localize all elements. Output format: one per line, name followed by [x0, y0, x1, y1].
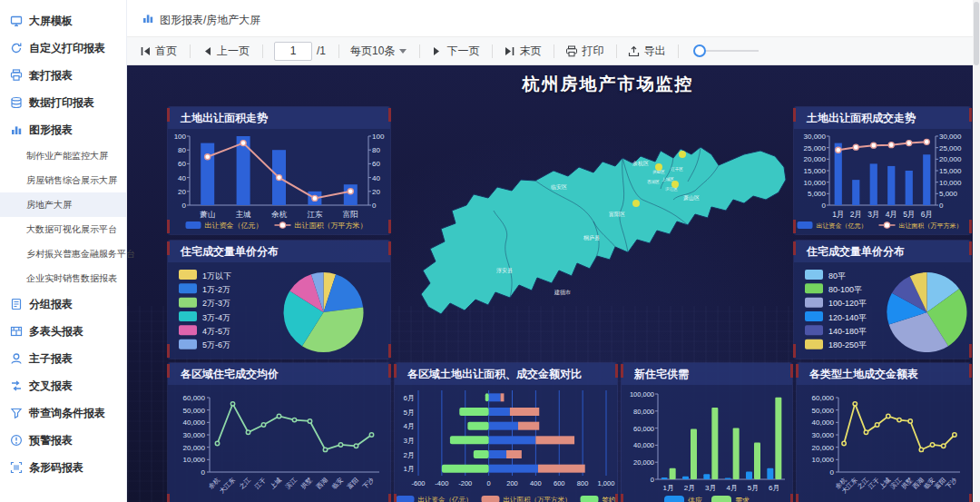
sidebar-item-10[interactable]: 企业实时销售数据报表: [0, 266, 126, 290]
page-size-select[interactable]: 每页10条: [350, 44, 407, 59]
sidebar-item-label: 数据打印报表: [29, 95, 94, 111]
sidebar-subitem-label: 房屋销售综合展示大屏: [26, 174, 117, 187]
sidebar-item-7[interactable]: 房地产大屏: [0, 192, 126, 217]
svg-text:25,000: 25,000: [804, 144, 827, 153]
svg-text:1万-2万: 1万-2万: [202, 285, 230, 294]
svg-text:-400: -400: [435, 479, 448, 487]
last-page-button[interactable]: 末页: [504, 44, 541, 59]
svg-text:5万-6万: 5万-6万: [202, 340, 230, 349]
panel-price-distribution: 住宅成交量单价分布 1万以下1万-2万2万-3万3万-4万4万-5万5万-6万: [168, 241, 390, 359]
svg-text:富阳区: 富阳区: [609, 211, 625, 218]
svg-text:萧山区: 萧山区: [683, 194, 700, 202]
sidebar-item-13[interactable]: 主子报表: [0, 345, 126, 372]
sidebar-item-4[interactable]: 图形报表: [0, 116, 126, 143]
chart-region-compare: -600-400-20002004006008001,0006月5月4月3月2月…: [395, 385, 617, 502]
svg-text:80,000: 80,000: [633, 408, 654, 416]
svg-text:萧山: 萧山: [200, 210, 215, 219]
sidebar-item-3[interactable]: 数据打印报表: [0, 89, 126, 116]
chart-area-distribution: 80平80-100平100-120平120-140平140-180平180-25…: [794, 262, 971, 359]
barcode-icon: [10, 461, 23, 474]
svg-text:1月: 1月: [832, 210, 844, 219]
sidebar-item-15[interactable]: 带查询条件报表: [0, 399, 126, 427]
svg-text:上城区: 上城区: [662, 176, 674, 182]
sidebar-subitem-label: 企业实时销售数据报表: [26, 272, 117, 285]
svg-text:4月: 4月: [886, 210, 897, 219]
page-number-input[interactable]: [274, 42, 312, 61]
panel-land-area-trend: 土地出让面积走势 002020404060608080100100萧山主城余杭江…: [168, 107, 390, 234]
panel-title: 土地出让面积成交走势: [794, 107, 971, 129]
panel-region-compare: 各区域土地出让面积、成交金额对比 -600-400-20002004006008…: [395, 363, 617, 502]
svg-text:40,000: 40,000: [812, 418, 835, 427]
sidebar-item-label: 自定义打印报表: [29, 41, 105, 56]
sidebar-item-5[interactable]: 制作业产能监控大屏: [0, 143, 126, 168]
svg-text:6月: 6月: [921, 210, 933, 219]
main-header: 图形报表/房地产大屏: [127, 0, 980, 36]
svg-text:40: 40: [178, 174, 186, 182]
svg-text:80平: 80平: [828, 271, 846, 281]
next-page-button[interactable]: 下一页: [431, 44, 479, 59]
sidebar-item-1[interactable]: 自定义打印报表: [0, 34, 126, 62]
svg-text:3月: 3月: [404, 437, 415, 445]
panel-title: 住宅成交量单价分布: [168, 241, 390, 262]
sidebar-subitem-label: 乡村振兴普惠金融服务平台: [26, 248, 135, 261]
svg-text:60,000: 60,000: [812, 394, 835, 402]
slider-knob[interactable]: [693, 44, 706, 57]
svg-text:0: 0: [822, 202, 827, 210]
svg-text:-600: -600: [411, 479, 425, 487]
toolbar-separator: [262, 44, 263, 58]
svg-text:江干: 江干: [253, 477, 268, 491]
svg-text:20,000: 20,000: [812, 444, 835, 452]
print-button[interactable]: 打印: [565, 44, 603, 59]
sidebar-item-12[interactable]: 多表头报表: [0, 318, 126, 345]
svg-text:0: 0: [201, 468, 206, 477]
toolbar-separator: [492, 44, 493, 58]
svg-text:10,000: 10,000: [183, 456, 206, 464]
toolbar-separator: [616, 44, 617, 58]
sidebar-item-0[interactable]: 大屏模板: [0, 7, 126, 34]
panel-land-type-amount: 各类型土地成交金额表 010,00020,00030,00040,00050,0…: [797, 363, 971, 502]
chart-icon: [142, 12, 154, 25]
multiheader-icon: [10, 325, 23, 338]
sidebar-item-label: 交叉报表: [29, 379, 73, 394]
svg-text:1月: 1月: [662, 484, 673, 492]
svg-text:2月: 2月: [850, 210, 862, 219]
scrollbar-thumb[interactable]: [974, 2, 979, 65]
sidebar-item-11[interactable]: 分组报表: [0, 290, 126, 318]
svg-text:120-140平: 120-140平: [828, 313, 867, 322]
chart-land-deal-trend: 005,0005,00010,00010,00015,00015,00020,0…: [794, 129, 971, 234]
svg-text:上城: 上城: [269, 477, 282, 490]
svg-text:3月: 3月: [867, 210, 879, 219]
chart-supply-demand: 020,00040,00060,00080,000100,0001月2月3月4月…: [622, 385, 792, 502]
svg-text:80: 80: [178, 146, 186, 154]
svg-text:800: 800: [577, 479, 589, 487]
prev-page-button[interactable]: 上一页: [201, 44, 250, 59]
svg-text:滨江: 滨江: [284, 476, 299, 490]
sidebar-item-14[interactable]: 交叉报表: [0, 372, 126, 399]
first-page-button[interactable]: 首页: [140, 44, 177, 59]
svg-text:之江: 之江: [238, 477, 252, 491]
toolbar-separator: [338, 44, 339, 58]
query-icon: [10, 407, 23, 419]
page-scrollbar[interactable]: [973, 0, 980, 502]
export-button[interactable]: 导出: [628, 44, 665, 59]
sidebar-item-16[interactable]: 预警报表: [0, 427, 126, 454]
sidebar-item-label: 分组报表: [29, 297, 73, 312]
svg-text:江干区: 江干区: [671, 166, 683, 172]
panel-area-distribution: 住宅成交量单价分布 80平80-100平100-120平120-140平140-…: [794, 241, 971, 359]
svg-text:0: 0: [651, 476, 654, 484]
sidebar-item-8[interactable]: 大数据可视化展示平台: [0, 217, 126, 241]
sidebar: 大屏模板自定义打印报表套打报表数据打印报表图形报表制作业产能监控大屏房屋销售综合…: [0, 0, 127, 502]
refresh-icon: [10, 42, 23, 54]
chevron-down-icon: [399, 49, 407, 54]
sidebar-item-label: 大屏模板: [29, 14, 73, 29]
sidebar-item-17[interactable]: 条形码报表: [0, 454, 126, 481]
zoom-slider[interactable]: [693, 44, 759, 57]
svg-text:拱墅: 拱墅: [299, 477, 314, 491]
sidebar-item-9[interactable]: 乡村振兴普惠金融服务平台: [0, 241, 126, 266]
svg-text:400: 400: [530, 479, 542, 487]
sidebar-item-6[interactable]: 房屋销售综合展示大屏: [0, 168, 126, 192]
sidebar-item-2[interactable]: 套打报表: [0, 62, 126, 89]
svg-text:1,000: 1,000: [598, 479, 615, 487]
svg-text:0: 0: [372, 202, 377, 210]
svg-text:20,000: 20,000: [183, 444, 206, 452]
